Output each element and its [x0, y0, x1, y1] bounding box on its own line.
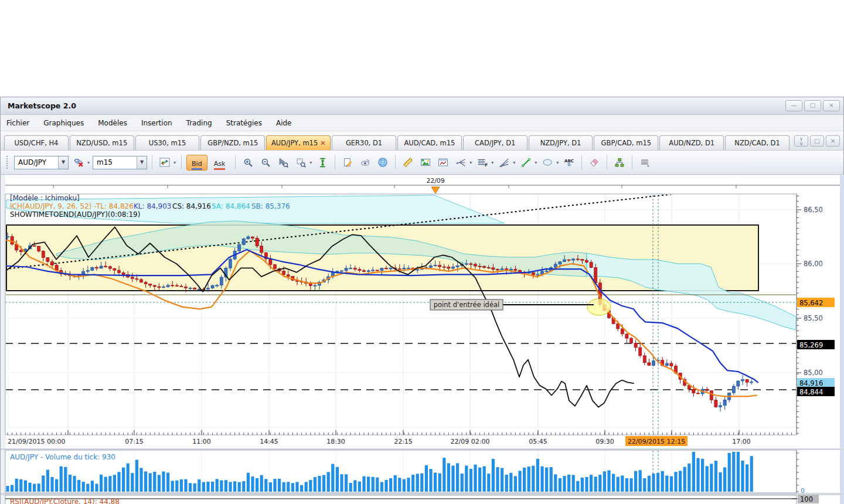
volume-panel[interactable]: AUD/JPY - Volume du tick: 9300 — [5, 450, 840, 495]
svg-text:22/09/2015 12:15: 22/09/2015 12:15 — [628, 438, 686, 445]
trendline-caret-icon[interactable]: ▾ — [535, 160, 537, 165]
menu-aide[interactable]: Aide — [276, 119, 292, 127]
trendline-button[interactable] — [518, 155, 533, 170]
add-image-button[interactable] — [418, 155, 433, 170]
close-button[interactable]: × — [823, 100, 840, 111]
svg-text:85,269: 85,269 — [799, 341, 823, 349]
chart-window-icon — [438, 158, 448, 167]
tab-bar: USD/CHF, H4NZD/USD, m15US30, m15GBP/NZD,… — [4, 135, 791, 150]
toolbar-options-button[interactable] — [637, 155, 652, 170]
menu-bar: FichierGraphiquesModèlesInsertionTrading… — [1, 115, 843, 131]
tab-gbp-nzd-m15[interactable]: GBP/NZD, m15 — [200, 135, 265, 150]
restore-button[interactable]: □ — [804, 100, 821, 111]
fib-levels-button[interactable]: F — [475, 155, 490, 170]
period-combobox[interactable]: m15 ▼ — [93, 156, 147, 169]
svg-text:0: 0 — [801, 487, 805, 495]
tab-gbp-cad-m15[interactable]: GBP/CAD, m15 — [594, 135, 658, 150]
menu-mod-les[interactable]: Modèles — [98, 119, 127, 127]
fib-levels-icon: F — [477, 158, 488, 167]
unlink-button[interactable] — [71, 155, 86, 170]
chart-type-button[interactable] — [157, 155, 172, 170]
zoom-area-button[interactable] — [293, 155, 308, 170]
zoom-in-button[interactable] — [240, 155, 256, 170]
svg-text:AUD/JPY - Volume du tick: 930: AUD/JPY - Volume du tick: 930 — [10, 453, 115, 461]
web-globe-button[interactable] — [375, 155, 390, 170]
edit-page-button[interactable] — [340, 155, 355, 170]
svg-text:86,00: 86,00 — [804, 260, 823, 268]
symbol-caret-icon[interactable]: ▼ — [58, 156, 68, 169]
menu-graphiques[interactable]: Graphiques — [43, 119, 84, 127]
entry-highlight-ellipse — [587, 299, 611, 315]
zoom-cursor-icon — [278, 158, 288, 168]
pitchfork-button[interactable] — [453, 155, 468, 170]
ellipse-caret-icon[interactable]: ▾ — [556, 160, 559, 165]
tab-aud-nzd-d1[interactable]: AUD/NZD, D1 — [659, 135, 724, 150]
zoom-out-button[interactable] — [258, 155, 273, 170]
auto-scroll-button[interactable] — [358, 155, 373, 170]
unlink-caret-icon[interactable]: ▾ — [87, 160, 90, 165]
zoom-area-caret-icon[interactable]: ▾ — [309, 160, 312, 165]
fit-vertical-button[interactable] — [315, 155, 330, 170]
tab-us30-m15[interactable]: US30, m15 — [135, 135, 200, 150]
fan-lines-button[interactable] — [496, 155, 512, 170]
minimize-button[interactable]: — — [785, 100, 802, 111]
tab-cad-jpy-d1[interactable]: CAD/JPY, D1 — [463, 135, 528, 150]
ellipse-tool-icon — [542, 158, 553, 167]
zoom-cursor-button[interactable] — [275, 155, 291, 170]
fit-vertical-icon — [318, 158, 328, 168]
fib-levels-caret-icon[interactable]: ▾ — [491, 160, 494, 165]
zoom-out-icon — [261, 158, 271, 168]
tab-aud-cad-m15[interactable]: AUD/CAD, m15 — [397, 135, 462, 150]
tab-ger30-d1[interactable]: GER30, D1 — [332, 135, 396, 150]
text-tool-button[interactable]: ABC — [561, 155, 577, 170]
tab-aud-jpy-m15[interactable]: AUD/JPY, m15✕ — [266, 135, 331, 150]
tab-nzd-usd-m15[interactable]: NZD/USD, m15 — [70, 135, 134, 150]
ask-button[interactable]: Ask — [209, 155, 231, 171]
tab-scroll-button[interactable]: ∨∨ — [794, 135, 808, 147]
pane-restore-button[interactable]: □ — [810, 135, 824, 147]
menu-trading[interactable]: Trading — [186, 119, 212, 127]
svg-text:RSI(AUD/JPY.Cloture, 14): 44,8: RSI(AUD/JPY.Cloture, 14): 44,88 — [10, 498, 120, 504]
svg-text:21/09/2015 00:00: 21/09/2015 00:00 — [8, 438, 66, 445]
menu-insertion[interactable]: Insertion — [141, 119, 172, 127]
chart-canvas[interactable]: point d'entrée idéal[Modèle : Ichimoku]I… — [1, 175, 844, 504]
price-badge: 85,269 — [797, 340, 835, 349]
globe-icon — [377, 157, 388, 168]
tab-nzd-jpy-d1[interactable]: NZD/JPY, D1 — [529, 135, 593, 150]
tab-usd-chf-h4[interactable]: USD/CHF, H4 — [4, 135, 69, 150]
bid-button[interactable]: Bid — [186, 155, 207, 171]
chart-type-caret-icon[interactable]: ▾ — [173, 160, 176, 165]
svg-text:09:30: 09:30 — [595, 438, 614, 445]
tab-close-icon[interactable]: ✕ — [320, 139, 325, 147]
svg-text:85,642: 85,642 — [799, 299, 823, 307]
svg-text:ABC: ABC — [564, 159, 574, 164]
ruler-button[interactable] — [400, 155, 416, 170]
unlink-icon — [74, 158, 84, 168]
price-badge: 84,844 — [797, 387, 835, 396]
rsi-panel[interactable]: RSI(AUD/JPY.Cloture, 14): 44,88100 — [5, 495, 840, 504]
svg-text:07:15: 07:15 — [125, 438, 144, 445]
eraser-button[interactable] — [587, 155, 602, 170]
period-value: m15 — [93, 158, 137, 166]
tab-strip: USD/CHF, H4NZD/USD, m15US30, m15GBP/NZD,… — [1, 131, 843, 151]
menu-strat-gies[interactable]: Stratégies — [226, 119, 262, 127]
pitchfork-caret-icon[interactable]: ▾ — [469, 160, 472, 165]
symbol-combobox[interactable]: AUD/JPY ▼ — [14, 156, 69, 169]
svg-text:86,50: 86,50 — [804, 206, 823, 214]
strategy-tree-icon — [614, 158, 625, 168]
fan-lines-caret-icon[interactable]: ▾ — [513, 160, 515, 165]
zoom-area-icon — [296, 158, 306, 168]
tab-nzd-cad-d1[interactable]: NZD/CAD, D1 — [725, 135, 789, 150]
pane-close-button[interactable]: × — [826, 135, 840, 147]
ellipse-tool-button[interactable] — [540, 155, 555, 170]
zoom-in-icon — [243, 158, 253, 168]
strategy-tree-button[interactable] — [612, 155, 627, 170]
toolbar-grip[interactable] — [6, 156, 9, 169]
trendline-icon — [521, 158, 531, 168]
chart-window-button[interactable] — [435, 155, 451, 170]
menu-fichier[interactable]: Fichier — [6, 119, 29, 127]
svg-text:17:00: 17:00 — [732, 438, 751, 445]
price-badge: 85,642 — [797, 298, 835, 307]
period-caret-icon[interactable]: ▼ — [137, 156, 147, 169]
window-title: Marketscope 2.0 — [8, 101, 76, 110]
